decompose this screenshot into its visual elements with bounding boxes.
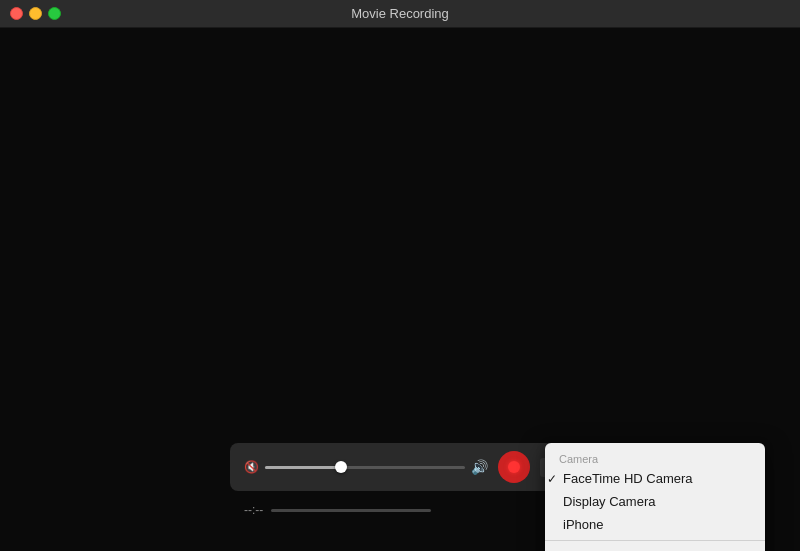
progress-bar [271,509,431,512]
title-bar: Movie Recording [0,0,800,28]
maximize-button[interactable] [48,7,61,20]
window-controls [10,7,61,20]
dropdown-menu: Camera ✓ FaceTime HD Camera Display Came… [545,443,765,551]
timer-section: --:-- [244,503,431,517]
camera-section: Camera ✓ FaceTime HD Camera Display Came… [545,443,765,540]
camera-section-label: Camera [545,447,765,467]
controls-bar: 🔇 🔊 ▼ --:-- Camera ✓ FaceTime HD [230,443,570,491]
volume-high-icon: 🔊 [471,459,488,475]
close-button[interactable] [10,7,23,20]
microphone-section: Microphone ✓ Internal Microphone Display… [545,540,765,551]
camera-item-display-label: Display Camera [559,494,655,509]
camera-item-display[interactable]: Display Camera [545,490,765,513]
camera-item-facetime[interactable]: ✓ FaceTime HD Camera [545,467,765,490]
volume-slider-thumb [335,461,347,473]
minimize-button[interactable] [29,7,42,20]
timer-display: --:-- [244,503,263,517]
camera-item-iphone-label: iPhone [559,517,603,532]
record-dot-icon [508,461,520,473]
volume-slider[interactable] [265,466,465,469]
record-button[interactable] [498,451,530,483]
window-title: Movie Recording [351,6,449,21]
camera-item-iphone[interactable]: iPhone [545,513,765,536]
check-icon: ✓ [545,472,559,486]
camera-item-facetime-label: FaceTime HD Camera [559,471,693,486]
volume-slider-fill [265,466,345,469]
volume-low-icon: 🔇 [244,460,259,474]
microphone-section-label: Microphone [545,545,765,551]
volume-section: 🔇 🔊 [244,459,488,475]
main-area: 🔇 🔊 ▼ --:-- Camera ✓ FaceTime HD [0,28,800,551]
